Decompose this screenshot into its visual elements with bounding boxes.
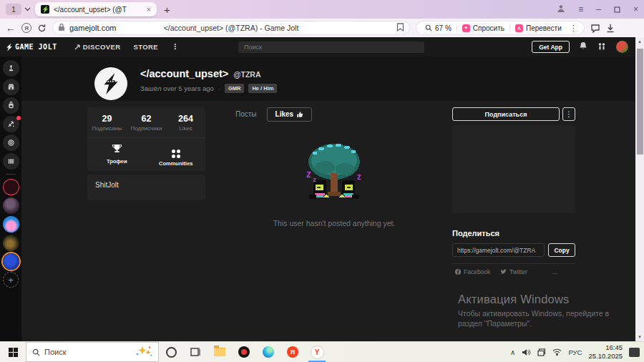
- community-sidebar: +: [0, 57, 21, 341]
- lock-icon[interactable]: [58, 21, 65, 34]
- language-indicator[interactable]: РУС: [568, 348, 582, 356]
- share-title: Поделиться: [452, 229, 575, 238]
- translate-button[interactable]: А Перевести: [509, 24, 567, 32]
- close-window-icon[interactable]: ×: [633, 5, 638, 14]
- cortana-icon: [166, 347, 177, 358]
- community-avatar-creature[interactable]: [3, 179, 19, 195]
- gamejolt-logo[interactable]: GAME JOLT: [6, 43, 57, 52]
- tray-window-icon[interactable]: [537, 348, 546, 356]
- browser-tab[interactable]: </account_upset> (@T ×: [35, 2, 157, 16]
- minimize-icon[interactable]: –: [596, 5, 601, 14]
- browser-profile-icon[interactable]: [557, 3, 565, 16]
- tray-expand-icon[interactable]: ∧: [510, 348, 515, 356]
- ask-ai-button[interactable]: ✦ Спросить: [457, 24, 509, 32]
- tab-posts[interactable]: Посты: [228, 107, 265, 122]
- copy-button[interactable]: Copy: [548, 243, 575, 257]
- svg-text:Z: Z: [357, 174, 361, 181]
- tools-more-icon[interactable]: ⋮: [567, 24, 580, 33]
- stat-following[interactable]: 29 Подписаны: [87, 114, 127, 132]
- yandex-services-icon[interactable]: Я: [21, 23, 31, 33]
- search-icon: [32, 348, 40, 356]
- share-twitter-button[interactable]: Twitter: [493, 263, 534, 279]
- sidebar-token-button[interactable]: [3, 134, 19, 151]
- taskbar-record-app[interactable]: [232, 342, 256, 362]
- profile-page: </account_upset> @TZRA Зашёл over 5 year…: [21, 57, 635, 341]
- downloads-icon[interactable]: [606, 24, 615, 33]
- taskbar-clock[interactable]: 16:45 25.10.2025: [588, 343, 623, 361]
- network-icon[interactable]: [552, 348, 562, 356]
- gamejolt-nav: DISCOVER STORE ⋮: [74, 42, 180, 52]
- get-app-button[interactable]: Get App: [532, 41, 570, 53]
- taskbar-task-view[interactable]: [183, 342, 208, 362]
- side-panel-icon[interactable]: [590, 24, 600, 33]
- communities-link[interactable]: Communities: [147, 143, 206, 167]
- maximize-icon[interactable]: [614, 3, 620, 16]
- taskbar-file-explorer[interactable]: [208, 342, 232, 362]
- edge-icon: [263, 346, 274, 358]
- yandex-app-icon: Я: [287, 346, 298, 358]
- action-center-icon[interactable]: [629, 348, 640, 357]
- url-field[interactable]: gamejolt.com </account_upset> (@TZRA) - …: [52, 21, 410, 35]
- sidebar-store-button[interactable]: [3, 79, 19, 95]
- back-icon[interactable]: ←: [6, 22, 16, 34]
- sidebar-vault-button[interactable]: [3, 153, 19, 170]
- tab-title: </account_upset> (@T: [54, 6, 142, 14]
- nav-store[interactable]: STORE: [134, 43, 159, 51]
- new-tab-button[interactable]: +: [164, 4, 170, 15]
- taskbar-cortana[interactable]: [159, 342, 183, 362]
- gamejolt-search-input[interactable]: [238, 41, 424, 53]
- community-avatar-axolotl[interactable]: [3, 216, 19, 233]
- share-facebook-button[interactable]: Facebook: [452, 263, 493, 279]
- scroll-down-icon[interactable]: ▼: [635, 333, 644, 341]
- stat-followers[interactable]: 62 Подписчики: [127, 114, 166, 132]
- stats-row: 29 Подписаны 62 Подписчики 264 Likes: [87, 107, 205, 138]
- sidebar-backpack-button[interactable]: [3, 97, 19, 114]
- browser-menu-icon[interactable]: ≡: [578, 5, 583, 14]
- trophies-link[interactable]: Трофеи: [87, 143, 147, 167]
- community-avatar-skull[interactable]: [3, 197, 19, 214]
- sidebar-quests-button[interactable]: [3, 116, 19, 132]
- ask-ai-icon: ✦: [462, 24, 470, 32]
- follow-button[interactable]: Подписаться: [452, 107, 560, 121]
- taskbar-yandex-app[interactable]: Я: [280, 342, 305, 362]
- profile-more-button[interactable]: ⋮: [562, 107, 575, 121]
- taskbar-yandex-browser[interactable]: Y: [305, 342, 329, 362]
- community-avatar-gold[interactable]: [3, 235, 19, 251]
- meta-separator: ·: [218, 85, 220, 92]
- volume-icon[interactable]: [522, 348, 531, 356]
- start-button[interactable]: [0, 342, 26, 362]
- sleeping-under-tree-art: Z z Z ··: [289, 140, 379, 209]
- friends-icon[interactable]: [597, 41, 607, 54]
- stat-likes[interactable]: 264 Likes: [166, 114, 205, 132]
- taskbar-edge[interactable]: [256, 342, 280, 362]
- taskbar: Поиск Я Y ∧ РУС: [0, 341, 644, 362]
- share-url-input[interactable]: [452, 243, 545, 257]
- yandex-browser-icon: Y: [311, 346, 323, 358]
- profile-avatar[interactable]: [94, 67, 127, 100]
- refresh-icon[interactable]: [37, 24, 47, 33]
- tab-likes[interactable]: Likes: [267, 107, 313, 122]
- scrollbar-thumb[interactable]: [637, 49, 643, 155]
- bio-card: ShitJolt: [87, 175, 205, 200]
- taskbar-search[interactable]: Поиск: [26, 342, 159, 362]
- user-avatar[interactable]: [616, 41, 628, 53]
- profile-links-row: Трофеи Communities: [87, 138, 205, 171]
- share-more-button[interactable]: ...: [535, 263, 575, 279]
- scroll-up-icon[interactable]: ▲: [635, 37, 644, 46]
- notifications-bell-icon[interactable]: [579, 41, 587, 54]
- nav-discover[interactable]: DISCOVER: [74, 43, 121, 51]
- tab-close-icon[interactable]: ×: [147, 6, 151, 14]
- add-community-button[interactable]: +: [3, 272, 19, 288]
- quests-notification-dot: [16, 116, 21, 120]
- nav-more-icon[interactable]: ⋮: [171, 42, 179, 52]
- tab-list-chevron-icon[interactable]: [24, 7, 31, 11]
- page-scrollbar[interactable]: ▲ ▼: [635, 37, 644, 341]
- community-avatar-active[interactable]: [3, 253, 19, 270]
- sidebar-home-button[interactable]: [3, 60, 19, 77]
- badge-pronouns: He / Him: [248, 84, 277, 93]
- bookmark-icon[interactable]: [396, 21, 404, 34]
- about-panel: [452, 125, 575, 213]
- sidebar-divider: [6, 174, 16, 175]
- tab-group-button[interactable]: 1: [6, 4, 21, 15]
- zoom-level-button[interactable]: 67 %: [420, 24, 457, 32]
